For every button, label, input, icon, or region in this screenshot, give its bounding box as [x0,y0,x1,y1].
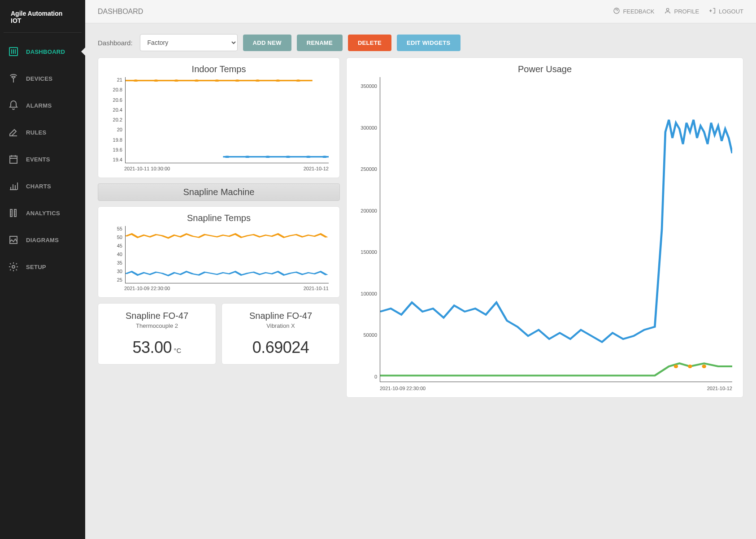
feedback-link[interactable]: FEEDBACK [613,7,654,16]
svg-point-19 [226,156,229,157]
sidebar-item-label: DIAGRAMS [26,237,59,243]
actionbar: Dashboard: Factory ADD NEW RENAME DELETE… [85,23,756,57]
metric-cards: Snapline FO-47 Thermocouple 2 53.00 °C S… [98,303,340,365]
bar-chart-icon [8,181,19,191]
app-title: Agile Automation IOT [4,0,82,33]
svg-point-25 [674,365,678,368]
sidebar-item-charts[interactable]: CHARTS [0,173,85,200]
sidebar-item-label: DASHBOARD [26,48,65,55]
widget-indoor-temps[interactable]: Indoor Temps 2120.820.620.420.22019.819.… [98,57,340,178]
left-column: Indoor Temps 2120.820.620.420.22019.819.… [98,57,340,398]
antenna-icon [8,73,19,84]
link-label: FEEDBACK [623,8,654,15]
sidebar-item-label: RULES [26,129,47,136]
sidebar-item-analytics[interactable]: ANALYTICS [0,200,85,226]
widget-title: Snapline Temps [106,213,331,223]
bell-icon [8,100,19,111]
sidebar-item-diagrams[interactable]: DIAGRAMS [0,226,85,253]
calendar-icon [8,154,19,165]
svg-point-21 [266,156,269,157]
sidebar-nav: DASHBOARD DEVICES ALARMS RULES [0,33,85,280]
svg-point-7 [667,9,669,11]
content-grid: Indoor Temps 2120.820.620.420.22019.819.… [85,57,756,407]
sidebar-item-label: DEVICES [26,75,52,82]
svg-point-17 [296,80,300,81]
sidebar-item-setup[interactable]: SETUP [0,253,85,280]
widget-power-usage[interactable]: Power Usage 3500003000002500002000001500… [346,57,743,398]
metric-unit: °C [174,347,182,354]
main: DASHBOARD FEEDBACK PROFILE LOGOUT Dashbo… [85,0,756,539]
add-new-button[interactable]: ADD NEW [243,35,291,51]
svg-point-23 [307,156,310,157]
page-title: DASHBOARD [98,8,143,16]
sidebar-item-label: CHARTS [26,183,51,190]
profile-link[interactable]: PROFILE [664,7,699,16]
topbar: DASHBOARD FEEDBACK PROFILE LOGOUT [85,0,756,23]
sidebar-item-events[interactable]: EVENTS [0,146,85,173]
metric-card-thermocouple[interactable]: Snapline FO-47 Thermocouple 2 53.00 °C [98,303,216,365]
sidebar: Agile Automation IOT DASHBOARD DEVICES A… [0,0,85,539]
rename-button[interactable]: RENAME [297,35,343,51]
logout-icon [709,7,716,16]
svg-point-26 [688,365,692,368]
dashboard-select[interactable]: Factory [140,34,238,51]
image-icon [8,235,19,245]
dashboard-label: Dashboard: [98,39,133,47]
top-links: FEEDBACK PROFILE LOGOUT [613,7,743,16]
metric-title: Snapline FO-47 [103,311,211,321]
metric-value: 0.69024 [252,338,309,356]
svg-rect-1 [10,156,17,163]
svg-point-27 [702,365,706,368]
svg-point-5 [12,265,15,268]
svg-point-24 [323,156,326,157]
svg-point-14 [236,80,239,81]
metric-title: Snapline FO-47 [226,311,335,321]
sidebar-item-label: SETUP [26,264,46,270]
svg-point-9 [134,80,137,81]
ruler-icon [8,208,19,218]
svg-point-11 [175,80,178,81]
svg-point-15 [256,80,259,81]
link-label: LOGOUT [719,8,743,15]
feedback-icon [613,7,620,16]
edit-icon [8,127,19,138]
edit-widgets-button[interactable]: EDIT WIDGETS [397,35,461,51]
indoor-temps-chart: 2120.820.620.420.22019.819.619.4 202 [106,77,331,171]
widget-title: Indoor Temps [106,64,331,74]
snapline-temps-chart: 55504540353025 2021-10-09 22:30:00 2021-… [106,226,331,291]
svg-point-10 [154,80,157,81]
gear-icon [8,261,19,272]
metric-subtitle: Vibration X [226,322,335,329]
svg-point-20 [246,156,249,157]
sidebar-item-devices[interactable]: DEVICES [0,65,85,92]
delete-button[interactable]: DELETE [348,35,391,51]
widget-title: Power Usage [355,64,735,74]
sidebar-item-dashboard[interactable]: DASHBOARD [0,38,85,65]
power-usage-chart: 3500003000002500002000001500001000005000… [355,77,735,391]
user-icon [664,7,671,16]
svg-point-6 [614,8,619,13]
metric-card-vibration[interactable]: Snapline FO-47 Vibration X 0.69024 [222,303,340,365]
widget-snapline-temps[interactable]: Snapline Temps 55504540353025 20 [98,206,340,298]
logout-link[interactable]: LOGOUT [709,7,743,16]
sliders-icon [8,46,19,57]
sidebar-item-label: ALARMS [26,102,52,109]
svg-point-12 [195,80,198,81]
metric-subtitle: Thermocouple 2 [103,322,211,329]
sidebar-item-label: EVENTS [26,156,50,163]
section-header-snapline: Snapline Machine [98,183,340,201]
sidebar-item-rules[interactable]: RULES [0,119,85,146]
sidebar-item-label: ANALYTICS [26,210,60,217]
svg-point-16 [276,80,279,81]
metric-value: 53.00 [133,338,172,356]
svg-point-22 [287,156,290,157]
link-label: PROFILE [674,8,699,15]
sidebar-item-alarms[interactable]: ALARMS [0,92,85,119]
svg-point-13 [215,80,218,81]
